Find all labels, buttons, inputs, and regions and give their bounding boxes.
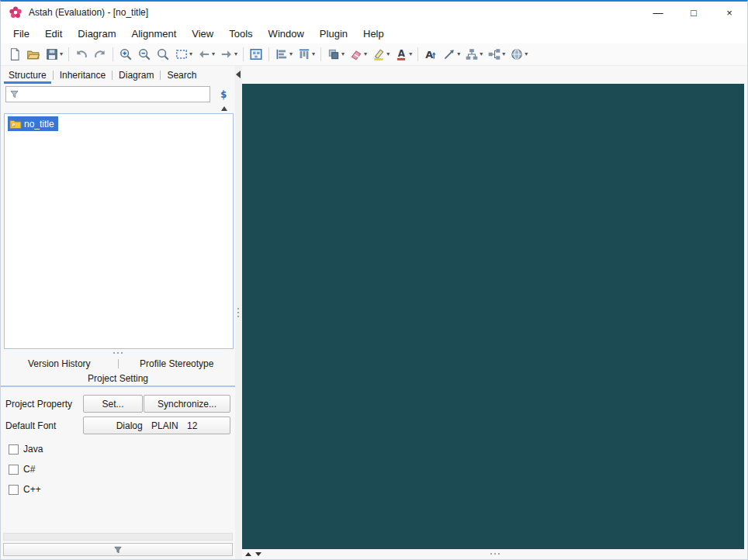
tab-separator (112, 71, 113, 80)
bottom-splitter-handle[interactable] (242, 553, 747, 555)
toolbar-separator (320, 47, 321, 61)
default-font-label: Default Font (5, 420, 83, 431)
undo-button[interactable] (73, 45, 90, 64)
line-shape-button[interactable]: ▾ (441, 45, 462, 64)
menu-help[interactable]: Help (355, 25, 392, 43)
bottom-tab-row-1: Version History Profile Stereotype (1, 356, 235, 371)
filter-toggle-button[interactable] (3, 543, 233, 556)
tree-toolbar-strip (1, 104, 235, 113)
tab-structure[interactable]: Structure (4, 66, 51, 84)
zoom-100-icon (156, 47, 170, 61)
menu-view[interactable]: View (184, 25, 221, 43)
toolbar-separator (68, 47, 69, 61)
dropdown-caret-icon: ▾ (312, 51, 315, 57)
tab-profile-stereotype[interactable]: Profile Stereotype (119, 358, 236, 369)
structure-tree[interactable]: P no_title (4, 113, 234, 349)
toolbar-separator (268, 47, 269, 61)
workspace-column (242, 66, 747, 559)
default-font-button[interactable]: Dialog PLAIN 12 (83, 417, 230, 434)
align-button[interactable]: ▾ (273, 45, 294, 64)
open-project-button[interactable] (25, 45, 42, 64)
depth-order-button[interactable]: ▾ (325, 45, 346, 64)
tree-item-project-root[interactable]: P no_title (8, 116, 58, 131)
toolbar-separator (417, 47, 418, 61)
color-fill-button[interactable]: ▾ (348, 45, 369, 64)
package-icon: P (9, 119, 22, 130)
tab-diagram[interactable]: Diagram (114, 66, 158, 84)
distribute-button[interactable]: ▾ (296, 45, 317, 64)
grip-dot (113, 352, 115, 354)
funnel-icon (9, 89, 19, 99)
spacer (1, 495, 235, 533)
dropdown-caret-icon: ▾ (189, 51, 192, 57)
dropdown-caret-icon: ▾ (480, 51, 483, 57)
dropdown-caret-icon: ▾ (502, 51, 505, 57)
filter-input[interactable] (23, 89, 206, 100)
grip-dot (237, 308, 239, 309)
grip-dot (237, 312, 239, 313)
next-diagram-button[interactable]: ▾ (218, 45, 239, 64)
set-button[interactable]: Set... (83, 395, 143, 413)
dropdown-caret-icon: ▾ (386, 51, 390, 57)
minimize-button[interactable]: — (640, 2, 676, 23)
panel-splitter-handle[interactable] (1, 349, 235, 356)
community-site-button[interactable]: ▾ (508, 45, 529, 64)
sort-button[interactable]: S (215, 86, 232, 102)
grip-dot (498, 553, 500, 555)
previous-diagram-button[interactable]: ▾ (196, 45, 216, 64)
horizontal-scrollbar[interactable] (3, 533, 233, 541)
maximize-button[interactable]: □ (676, 2, 712, 23)
filter-box (5, 86, 210, 102)
hierarchy-button[interactable]: ▾ (463, 45, 484, 64)
undo-icon (74, 47, 88, 61)
distribute-icon (297, 47, 311, 61)
menu-plugin[interactable]: Plugin (312, 25, 355, 43)
menu-edit[interactable]: Edit (37, 25, 70, 43)
dropdown-caret-icon: ▾ (364, 51, 367, 57)
highlighter-button[interactable]: ▾ (370, 45, 391, 64)
diagram-overview-button[interactable] (248, 45, 265, 64)
main-area: Structure Inheritance Diagram Search S (1, 66, 747, 559)
zoom-in-button[interactable] (117, 45, 134, 64)
tab-version-history[interactable]: Version History (1, 358, 118, 369)
save-button[interactable]: ▾ (43, 45, 64, 64)
synchronize-button[interactable]: Synchronize... (144, 395, 230, 413)
save-icon (45, 47, 59, 61)
splitter-grip (237, 308, 239, 317)
menu-alignment[interactable]: Alignment (123, 25, 184, 43)
menu-file[interactable]: File (5, 25, 37, 43)
cpp-checkbox[interactable] (9, 485, 19, 495)
zoom-out-button[interactable] (136, 45, 153, 64)
redo-button[interactable] (92, 45, 109, 64)
grip-dot (121, 352, 123, 354)
menu-bar: File Edit Diagram Alignment View Tools W… (1, 23, 747, 43)
panel-canvas-splitter[interactable] (235, 66, 242, 559)
funnel-icon (113, 545, 123, 555)
collapse-all-icon[interactable] (221, 106, 227, 111)
depth-order-icon (327, 47, 341, 61)
toolbar: ▾ ▾ ▾ ▾ (1, 43, 747, 66)
toolbar-separator (113, 47, 113, 61)
font-size-button[interactable]: A (422, 45, 439, 64)
tab-inheritance[interactable]: Inheritance (55, 66, 110, 84)
auto-layout-button[interactable]: ▾ (486, 45, 507, 64)
project-property-label: Project Property (5, 399, 83, 410)
zoom-100-button[interactable] (154, 45, 171, 64)
tab-project-setting[interactable]: Project Setting (88, 373, 148, 384)
close-button[interactable]: × (712, 2, 747, 23)
java-checkbox[interactable] (9, 444, 19, 455)
csharp-checkbox[interactable] (9, 465, 19, 475)
new-file-button[interactable] (6, 45, 23, 64)
highlighter-icon (372, 47, 386, 61)
collapse-panel-icon[interactable] (236, 71, 241, 78)
font-color-button[interactable]: A ▾ (393, 45, 414, 64)
structure-tab-bar: Structure Inheritance Diagram Search (1, 66, 235, 84)
zoom-area-button[interactable]: ▾ (173, 45, 194, 64)
grip-dot (490, 553, 492, 555)
svg-text:P: P (12, 122, 16, 126)
menu-tools[interactable]: Tools (221, 25, 260, 43)
tab-search[interactable]: Search (162, 66, 201, 84)
menu-window[interactable]: Window (261, 25, 312, 43)
menu-diagram[interactable]: Diagram (70, 25, 123, 43)
new-file-icon (8, 47, 22, 61)
